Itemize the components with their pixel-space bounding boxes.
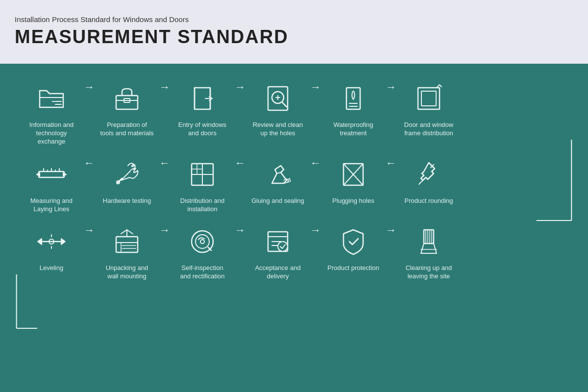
step-label-hardware: Hardware testing (103, 197, 151, 205)
clean-icon (411, 224, 446, 259)
step-distribution: Distribution and installation (173, 157, 232, 214)
protect-icon (336, 224, 371, 259)
arrow12: → (159, 224, 170, 237)
step-label-review-holes: Review and clean up the holes (251, 121, 305, 138)
step-label-cleanup: Cleaning up and leaving the site (402, 264, 456, 281)
step-label-distribution: Distribution and installation (175, 197, 229, 214)
grid-icon (185, 157, 220, 192)
arrow7-left: ← (159, 157, 170, 170)
wrench-icon (109, 157, 145, 192)
step-unpacking: Unpacking and wall mounting (98, 224, 156, 281)
step-cleanup: Cleaning up and leaving the site (399, 224, 458, 281)
arrow2: → (159, 81, 170, 94)
arrow5: → (386, 81, 396, 94)
step-info-exchange: Information and technology exchange (22, 81, 81, 146)
row2: Measuring and Laying Lines ← Hardware te… (22, 157, 573, 214)
unpack-icon (109, 224, 145, 259)
arrow10-left: ← (386, 157, 396, 170)
step-acceptance: Acceptance and delivery (248, 224, 307, 281)
arrow13: → (235, 224, 245, 237)
step-label-acceptance: Acceptance and delivery (251, 264, 305, 281)
header-title: MEASUREMENT STANDARD (15, 26, 573, 48)
pin-icon (411, 157, 446, 192)
step-waterproofing: Waterproofing treatment (324, 81, 383, 138)
glue-icon (260, 157, 295, 192)
arrow3: → (235, 81, 245, 94)
door-entry-icon (185, 81, 220, 116)
step-measuring: Measuring and Laying Lines (22, 157, 81, 214)
arrow8-left: ← (235, 157, 245, 170)
svg-rect-51 (116, 237, 138, 252)
magnify-icon (260, 81, 295, 116)
header-subtitle: Installation Process Standard for Window… (15, 15, 573, 24)
header: Installation Process Standard for Window… (0, 0, 588, 64)
step-label-inspection: Self-inspection and rectification (175, 264, 229, 281)
step-prep-tools: Preparation of tools and materials (98, 81, 156, 138)
step-label-rounding: Product rounding (404, 197, 453, 205)
arrow14: → (310, 224, 321, 237)
svg-point-58 (196, 235, 209, 248)
step-entry-windows: Entry of windows and doors (173, 81, 232, 138)
frame-icon (411, 81, 446, 116)
svg-line-19 (282, 102, 287, 107)
toolbox-icon (109, 81, 145, 116)
waterproof-icon (336, 81, 371, 116)
arrow6-left: ← (84, 157, 95, 170)
step-label-info-exchange: Information and technology exchange (24, 121, 78, 146)
step-label-measuring: Measuring and Laying Lines (24, 197, 78, 214)
step-review-holes: Review and clean up the holes (248, 81, 307, 138)
step-rounding: Product rounding (399, 157, 458, 205)
svg-line-28 (440, 85, 441, 87)
step-label-frame-dist: Door and window frame distribution (402, 121, 456, 138)
step-label-unpacking: Unpacking and wall mounting (100, 264, 154, 281)
svg-rect-29 (39, 172, 64, 177)
row1: Information and technology exchange → Pr… (22, 81, 573, 146)
step-label-prep-tools: Preparation of tools and materials (100, 121, 154, 138)
arrow11: → (84, 224, 95, 237)
step-label-plugging: Plugging holes (332, 197, 374, 205)
measure-icon (34, 157, 69, 192)
row3: Leveling → Unpacking and wall mounting → (22, 224, 573, 281)
level-icon (34, 224, 69, 259)
svg-rect-66 (424, 230, 434, 244)
step-plugging: Plugging holes (324, 157, 383, 205)
step-inspection: Self-inspection and rectification (173, 224, 232, 281)
step-label-leveling: Leveling (40, 264, 63, 272)
step-label-gluing: Gluing and sealing (251, 197, 304, 205)
svg-line-41 (277, 172, 281, 173)
step-hardware: Hardware testing (98, 157, 156, 205)
folder-icon (34, 81, 69, 116)
arrow15: → (386, 224, 396, 237)
svg-rect-26 (421, 91, 436, 106)
plug-icon (336, 157, 371, 192)
svg-line-45 (419, 180, 423, 184)
step-label-protection: Product protection (327, 264, 379, 272)
arrow1: → (84, 81, 95, 94)
step-gluing: Gluing and sealing (248, 157, 307, 205)
arrow9-left: ← (310, 157, 321, 170)
main-content: Information and technology exchange → Pr… (0, 64, 588, 392)
step-label-waterproofing: Waterproofing treatment (326, 121, 380, 138)
arrow4: → (310, 81, 321, 94)
inspect-icon (185, 224, 220, 259)
step-label-entry-windows: Entry of windows and doors (175, 121, 229, 138)
step-leveling: Leveling (22, 224, 81, 272)
step-protection: Product protection (324, 224, 383, 272)
step-frame-dist: Door and window frame distribution (399, 81, 458, 138)
svg-point-59 (200, 240, 204, 244)
svg-point-65 (278, 242, 288, 251)
accept-icon (260, 224, 295, 259)
